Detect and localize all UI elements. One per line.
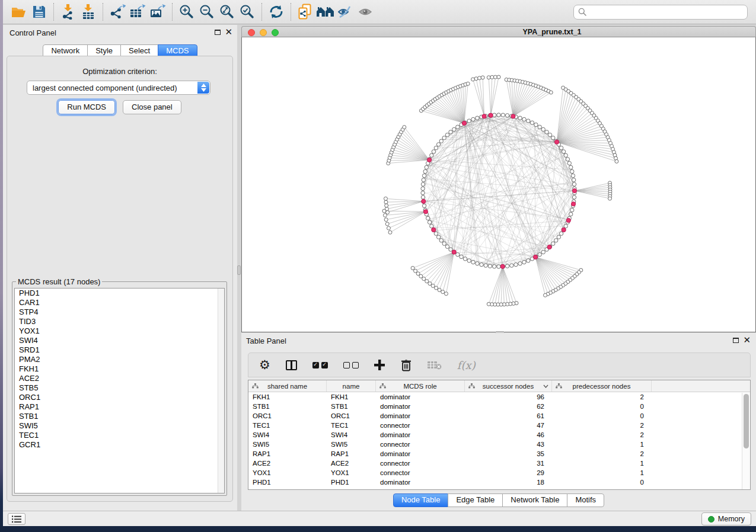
table-row[interactable]: SWI4SWI4dominator462: [248, 430, 750, 440]
table-cell: SWI4: [248, 430, 327, 440]
task-history-button[interactable]: [8, 513, 25, 525]
export-image-icon[interactable]: [148, 2, 168, 22]
clone-network-icon[interactable]: [295, 2, 315, 22]
mcds-result-item[interactable]: SWI4: [15, 336, 224, 345]
mcds-result-item[interactable]: FKH1: [15, 364, 224, 374]
column-header-successor-nodes[interactable]: successor nodes: [465, 380, 552, 392]
select-all-rows-icon[interactable]: [312, 356, 328, 374]
table-cell: 62: [465, 402, 552, 411]
mcds-result-item[interactable]: CAR1: [15, 298, 224, 307]
run-mcds-button[interactable]: Run MCDS: [58, 100, 115, 114]
table-cell: PHD1: [248, 477, 327, 487]
column-header-shared-name[interactable]: shared name: [248, 380, 327, 392]
show-all-networks-icon[interactable]: [315, 2, 336, 22]
column-header-predecessor-nodes[interactable]: predecessor nodes: [552, 380, 652, 392]
table-row[interactable]: ORC1ORC1dominator610: [248, 411, 750, 421]
table-row[interactable]: STB1STB1dominator620: [248, 402, 750, 411]
table-cell: dominator: [376, 449, 465, 459]
column-header-MCDS-role[interactable]: MCDS role: [376, 380, 465, 392]
open-file-icon[interactable]: [9, 2, 29, 22]
hide-selected-icon[interactable]: [336, 2, 356, 22]
table-cell: 31: [465, 459, 552, 468]
mcds-result-item[interactable]: TID3: [15, 317, 224, 326]
mcds-result-item[interactable]: ACE2: [15, 374, 224, 383]
memory-button[interactable]: Memory: [701, 512, 751, 525]
table-cell: RAP1: [327, 449, 376, 459]
export-network-icon[interactable]: [107, 2, 127, 22]
table-row[interactable]: TEC1TEC1connector472: [248, 421, 750, 430]
deselect-all-rows-icon[interactable]: [343, 356, 359, 374]
select-stepper-icon: [197, 82, 209, 94]
mcds-result-item[interactable]: SRD1: [15, 345, 224, 355]
tab-motifs[interactable]: Motifs: [567, 493, 604, 507]
save-session-icon[interactable]: [29, 2, 49, 22]
close-table-panel-icon[interactable]: ✕: [743, 335, 751, 345]
float-table-panel-icon[interactable]: [733, 338, 739, 343]
table-cell: 96: [465, 392, 552, 402]
table-row[interactable]: FKH1FKH1dominator962: [248, 392, 750, 402]
mcds-result-item[interactable]: STP4: [15, 307, 224, 317]
import-table-icon[interactable]: [78, 2, 98, 22]
table-cell: 0: [552, 411, 652, 421]
table-settings-icon[interactable]: ⚙: [259, 356, 270, 374]
close-panel-icon[interactable]: ✕: [225, 27, 232, 37]
toolbar-separator: [53, 3, 54, 21]
network-window-title: YPA_prune.txt_1: [242, 28, 755, 36]
import-network-icon[interactable]: [58, 2, 78, 22]
zoom-fit-icon[interactable]: [217, 2, 237, 22]
table-cell: connector: [376, 468, 465, 477]
mcds-list-scrollbar[interactable]: [218, 289, 224, 493]
table-cell: SWI5: [327, 440, 376, 449]
table-cell: 2: [552, 449, 652, 459]
mcds-result-item[interactable]: GCR1: [15, 440, 224, 450]
table-row[interactable]: ACE2ACE2connector311: [248, 459, 750, 468]
mcds-result-item[interactable]: STB1: [15, 412, 224, 421]
mcds-result-item[interactable]: ORC1: [15, 393, 224, 402]
add-column-icon[interactable]: [374, 356, 385, 374]
delete-table-icon: [428, 356, 442, 374]
app-window: Control Panel ✕ NetworkStyleSelectMCDS O…: [3, 0, 756, 526]
tab-node-table[interactable]: Node Table: [393, 493, 449, 507]
table-cell: dominator: [376, 402, 465, 411]
table-row[interactable]: RAP1RAP1dominator352: [248, 449, 750, 459]
table-row[interactable]: YOX1YOX1connector291: [248, 468, 750, 477]
table-cell: PHD1: [327, 477, 376, 487]
zoom-out-icon[interactable]: [197, 2, 217, 22]
search-box[interactable]: [573, 5, 748, 20]
zoom-in-icon[interactable]: [177, 2, 197, 22]
delete-column-icon[interactable]: [400, 356, 412, 374]
search-input[interactable]: [589, 8, 743, 16]
table-panel-title: Table Panel: [246, 336, 286, 345]
table-scrollbar[interactable]: [742, 393, 750, 489]
refresh-view-icon[interactable]: [266, 2, 286, 22]
mcds-result-item[interactable]: RAP1: [15, 402, 224, 412]
show-hidden-icon[interactable]: [356, 2, 376, 22]
zoom-selected-icon[interactable]: [237, 2, 257, 22]
mcds-result-item[interactable]: STB5: [15, 383, 224, 393]
float-panel-icon[interactable]: [215, 30, 221, 35]
close-panel-button[interactable]: Close panel: [123, 100, 181, 114]
mcds-result-list[interactable]: PHD1CAR1STP4TID3YOX1SWI4SRD1PMA2FKH1ACE2…: [14, 288, 225, 493]
table-cell: 46: [465, 430, 552, 440]
criterion-select[interactable]: largest connected component (undirected): [27, 81, 210, 95]
export-table-icon[interactable]: [127, 2, 148, 22]
table-scrollbar-thumb[interactable]: [744, 394, 749, 448]
network-canvas[interactable]: [241, 37, 756, 332]
table-row[interactable]: PHD1PHD1dominator180: [248, 477, 750, 487]
toolbar-separator: [291, 3, 291, 21]
mcds-result-item[interactable]: PHD1: [15, 289, 224, 298]
table-row[interactable]: SWI5SWI5connector431: [248, 440, 750, 449]
vertical-splitter-handle[interactable]: [237, 265, 241, 275]
column-header-name[interactable]: name: [327, 380, 376, 392]
table-cell: connector: [376, 459, 465, 468]
network-window-titlebar[interactable]: YPA_prune.txt_1: [241, 26, 756, 37]
mcds-result-item[interactable]: TEC1: [15, 431, 224, 440]
tab-edge-table[interactable]: Edge Table: [448, 493, 503, 507]
tab-network-table[interactable]: Network Table: [502, 493, 567, 507]
show-columns-icon[interactable]: [286, 356, 297, 374]
network-graph[interactable]: [242, 37, 755, 331]
mcds-result-item[interactable]: PMA2: [15, 355, 224, 364]
mcds-result-item[interactable]: SWI5: [15, 421, 224, 431]
node-table[interactable]: shared namenameMCDS rolesuccessor nodesp…: [248, 380, 751, 490]
mcds-result-item[interactable]: YOX1: [15, 326, 224, 336]
